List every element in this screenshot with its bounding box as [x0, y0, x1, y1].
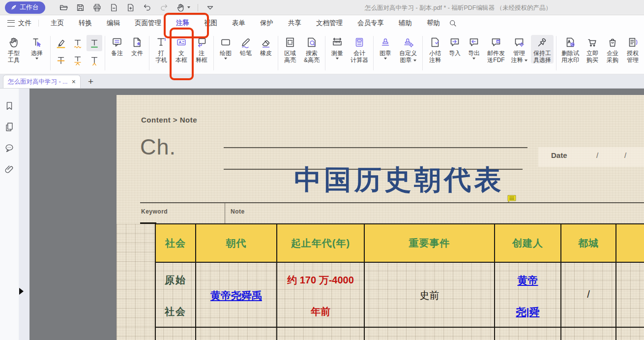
toolbar-button-label: 购买 — [586, 57, 598, 63]
drawing-button[interactable]: 绘图 — [216, 35, 235, 60]
chapter-label: Ch. — [140, 134, 176, 160]
toolbar-button-label: 采购 — [607, 57, 618, 63]
measure-button[interactable]: 测量 — [328, 35, 347, 63]
redo-button[interactable] — [159, 3, 169, 12]
pages-panel-button[interactable] — [4, 122, 15, 132]
license-manage-button[interactable]: 授权管理 — [623, 35, 642, 63]
header-extra — [616, 224, 644, 263]
menu-item-共享[interactable]: 共享 — [281, 15, 309, 31]
menu-item-页面管理[interactable]: 页面管理 — [127, 15, 169, 31]
pencil-button[interactable]: 铅笔 — [236, 35, 255, 60]
search-button[interactable] — [448, 19, 457, 28]
founder-link[interactable]: 尧|舜 — [495, 305, 560, 319]
dynasty-link[interactable]: 黄帝尧舜禹 — [196, 289, 276, 303]
highlight-pen-button[interactable] — [53, 35, 69, 51]
menu-item-编辑[interactable]: 编辑 — [99, 15, 127, 31]
new-tab-button[interactable]: + — [88, 77, 93, 86]
collapse-toolbar-button[interactable] — [205, 3, 215, 12]
callout-button[interactable]: 注释框 — [192, 35, 211, 63]
workspace-label: 工作台 — [20, 3, 39, 12]
export-comments-button[interactable]: 导出 — [465, 35, 483, 63]
file-attachment-button[interactable]: 文件 — [128, 35, 146, 57]
menu-item-转换[interactable]: 转换 — [71, 15, 99, 31]
manage-comments-icon — [513, 35, 525, 50]
enterprise-purchase-button[interactable]: 企业采购 — [603, 35, 622, 63]
table-row: 原始 社会 黄帝尧舜禹 约 170 万-4000 年前 史前 — [156, 263, 644, 328]
file-attachment-icon — [131, 35, 143, 50]
period-line: 约 170 万-4000 — [277, 274, 364, 287]
calculator-button[interactable]: 会计计算器 — [348, 35, 371, 63]
dropdown-caret-icon — [384, 58, 387, 60]
typewriter-button[interactable]: 打字机 — [152, 35, 171, 63]
keyword-label: Keyword — [141, 208, 168, 215]
calculator-icon — [353, 35, 365, 50]
import-comments-button[interactable]: 导入 — [446, 35, 463, 63]
strikeout-button[interactable] — [53, 52, 69, 68]
toolbar-button-label: 释框 — [196, 57, 207, 63]
measure-icon — [331, 36, 343, 48]
squiggly-underline-button[interactable] — [70, 35, 86, 51]
tab-close-icon[interactable]: × — [72, 78, 76, 85]
menu-item-辅助[interactable]: 辅助 — [391, 15, 419, 31]
eraser-button[interactable]: 橡皮 — [257, 35, 275, 60]
toolbar-button-label: 图章 — [380, 50, 391, 57]
comments-panel-button[interactable] — [4, 143, 15, 154]
sticky-note-annotation-icon[interactable] — [507, 195, 516, 202]
dropdown-caret-icon — [472, 58, 475, 60]
remove-trial-watermark-button[interactable]: 删除试用水印 — [559, 35, 582, 63]
toolbar-button-label: 文件 — [131, 50, 143, 57]
manage-comments-button[interactable]: 管理注释 — [509, 35, 529, 63]
save-button[interactable] — [76, 3, 85, 12]
header-events: 重要事件 — [365, 224, 495, 263]
menu-item-表单[interactable]: 表单 — [225, 15, 253, 31]
buy-now-icon — [586, 36, 598, 48]
hand-grab-button[interactable] — [176, 3, 190, 12]
capital-text: / — [561, 289, 615, 300]
remove-trial-watermark-icon — [564, 35, 576, 50]
calculator-icon — [353, 36, 365, 48]
area-highlight-icon — [284, 36, 296, 48]
replace-text-button[interactable] — [70, 52, 86, 68]
panel-expand-handle[interactable] — [19, 288, 24, 295]
document-tab[interactable]: 怎么面对高中学习 - ... × — [3, 75, 81, 88]
toolbar-button-label: 测量 — [331, 50, 343, 57]
bookmark-panel-button[interactable] — [4, 100, 15, 111]
attachment-panel-button[interactable] — [4, 164, 15, 175]
print-button[interactable] — [92, 3, 102, 12]
keep-tool-selected-button[interactable]: 保持工具选择 — [531, 35, 554, 63]
toolbar-group-divider — [149, 36, 149, 70]
menu-item-文档管理[interactable]: 文档管理 — [309, 15, 350, 31]
workspace-button[interactable]: 工作台 — [5, 1, 45, 14]
area-highlight-button[interactable]: 区域高亮 — [281, 35, 299, 63]
toolbar-group-divider — [278, 36, 278, 70]
underline-button[interactable] — [87, 35, 102, 51]
toolbar-button-label: &高亮 — [304, 57, 320, 63]
email-fdf-button[interactable]: 邮件发送FDF — [485, 35, 507, 63]
select-tool-icon — [31, 35, 43, 50]
custom-stamp-button[interactable]: 自定义图章 — [396, 35, 420, 63]
search-highlight-button[interactable]: 搜索&高亮 — [301, 35, 322, 63]
menu-file[interactable]: 文件 — [5, 19, 34, 28]
stamp-button[interactable]: 图章 — [376, 35, 395, 63]
insert-text-button[interactable] — [87, 52, 102, 68]
undo-button[interactable] — [143, 3, 152, 12]
date-slash: / — [596, 151, 598, 159]
summarize-comments-button[interactable]: 小结注释 — [425, 35, 445, 63]
founder-link[interactable]: 黄帝 — [495, 274, 560, 287]
buy-now-button[interactable]: 立即购买 — [583, 35, 602, 63]
summarize-comments-icon — [429, 35, 441, 50]
note-comment-button[interactable]: 备注 — [108, 35, 126, 57]
hand-tool-button[interactable]: 手型工具 — [3, 35, 25, 63]
select-tool-button[interactable]: 选择 — [26, 35, 48, 63]
page-remove-button[interactable] — [109, 3, 118, 12]
toolbar-button-label: 注释 — [429, 57, 441, 63]
open-file-button[interactable] — [59, 3, 68, 12]
menu-item-帮助[interactable]: 帮助 — [419, 15, 447, 31]
menu-item-主页[interactable]: 主页 — [43, 15, 71, 31]
menu-item-会员专享[interactable]: 会员专享 — [350, 15, 391, 31]
eraser-icon — [260, 36, 272, 48]
document-viewport[interactable]: Content > Note Ch. Date / / 中国历史朝代表 Keyw… — [29, 89, 644, 340]
toolbar-button-label: 区域 — [284, 50, 296, 57]
page-add-button[interactable] — [126, 3, 135, 12]
menu-item-保护[interactable]: 保护 — [253, 15, 281, 31]
